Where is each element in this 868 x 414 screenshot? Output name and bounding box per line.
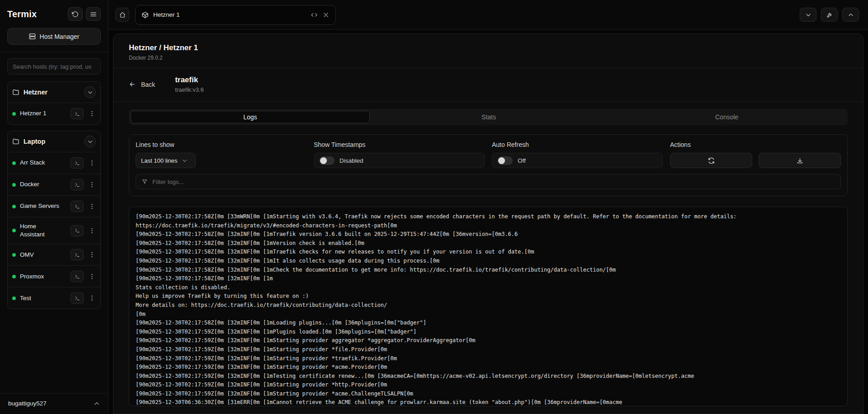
log-line: [90m2025-12-30T02:17:58Z[0m [32mINF[0m [… [136,248,841,257]
status-dot [12,296,16,300]
log-output[interactable]: [90m2025-12-30T02:17:58Z[0m [33mWRN[0m [… [129,207,848,406]
panel-header: Hetzner / Hetzner 1 Docker 29.0.2 [113,34,863,68]
host-menu-button[interactable] [88,271,96,282]
timestamps-label: Show Timestamps [314,141,485,148]
log-line: [90m2025-12-30T06:36:30Z[0m [31mERR[0m [… [136,398,841,406]
terminal-button[interactable] [71,292,84,304]
chevron-up-icon [848,12,854,18]
host-row[interactable]: Proxmox [8,265,100,287]
group-collapse-button[interactable] [84,136,96,147]
status-dot [12,253,16,257]
timestamps-toggle[interactable] [319,156,335,165]
host-name: Proxmox [20,273,61,281]
container-header: Back traefik traefik:v3.6 [113,68,863,101]
log-line: More details on: https://doc.traefik.io/… [136,301,841,310]
terminal-button[interactable] [71,249,84,260]
autorefresh-toggle[interactable] [497,156,513,165]
host-row[interactable]: Home Assistant [8,217,100,244]
host-menu-button[interactable] [88,249,96,260]
lines-value: Last 100 lines [141,157,177,164]
collapse-up-button[interactable] [842,8,859,22]
host-menu-button[interactable] [88,179,96,190]
status-dot [12,275,16,278]
split-view-icon[interactable] [311,11,318,19]
host-row[interactable]: OMV [8,244,100,265]
folder-icon [12,138,19,145]
status-dot [12,183,16,187]
terminal-button[interactable] [71,179,84,190]
log-line: [90m2025-12-30T02:17:58Z[0m [32mINF[0m [… [136,319,841,328]
group-collapse-button[interactable] [84,86,96,98]
home-button[interactable] [115,8,129,22]
log-line: [0m [136,310,841,319]
close-icon[interactable] [322,11,330,19]
sidebar-header: Termix [7,7,101,21]
docker-version: Docker 29.0.2 [129,55,848,61]
username: bugattiguy527 [8,400,47,407]
log-line: [90m2025-12-30T02:17:58Z[0m [32mINF[0m [… [136,230,841,239]
lines-dropdown[interactable]: Last 100 lines [136,153,196,168]
menu-button[interactable] [86,7,101,21]
filter-logs-input[interactable] [152,179,835,185]
tab-stats[interactable]: Stats [370,111,608,123]
autorefresh-state: Off [518,157,526,164]
host-row[interactable]: Arr Stack [8,152,100,174]
reload-icon [72,11,79,18]
log-controls: Lines to show Last 100 lines Show Timest… [129,134,848,196]
host-name: Game Servers [20,202,61,210]
filter-icon [142,179,148,185]
main-area: Hetzner 1 [108,0,868,414]
group-header[interactable]: Hetzner [8,82,100,103]
back-button[interactable]: Back [129,81,155,88]
host-row[interactable]: Docker [8,174,100,195]
terminal-button[interactable] [71,157,84,169]
host-row[interactable]: Game Servers [8,195,100,217]
refresh-logs-button[interactable] [670,153,752,168]
terminal-button[interactable] [71,225,84,236]
autorefresh-toggle-box: Off [492,153,663,168]
tab-bar: Hetzner 1 [108,0,868,30]
lines-label: Lines to show [136,141,307,148]
host-menu-button[interactable] [88,292,96,304]
search-input[interactable] [7,58,101,75]
group-header[interactable]: Laptop [8,131,100,152]
terminal-tab[interactable]: Hetzner 1 [135,5,336,25]
timestamps-control: Show Timestamps Disabled [314,141,485,168]
reload-button[interactable] [68,7,83,21]
download-icon [797,157,803,164]
terminal-button[interactable] [71,271,84,282]
server-icon [29,33,36,40]
tab-logs[interactable]: Logs [131,111,370,123]
terminal-button[interactable] [71,108,84,119]
host-row[interactable]: Test [8,287,100,309]
container-icon [142,11,149,19]
autorefresh-label: Auto Refresh [492,141,663,148]
host-manager-label: Host Manager [40,33,80,40]
chevron-up-icon[interactable] [94,400,100,407]
tools-button[interactable] [821,8,838,22]
log-line: [90m2025-12-30T02:17:58Z[0m [32mINF[0m [… [136,274,841,283]
host-name: Home Assistant [20,222,61,239]
terminal-button[interactable] [71,201,84,212]
tab-console[interactable]: Console [608,111,846,123]
log-line: [90m2025-12-30T02:17:59Z[0m [32mINF[0m [… [136,328,841,337]
download-logs-button[interactable] [759,153,841,168]
log-line: [90m2025-12-30T02:17:59Z[0m [32mINF[0m [… [136,381,841,390]
collapse-down-button[interactable] [800,8,816,22]
content-area: Hetzner / Hetzner 1 Docker 29.0.2 Back t… [108,30,868,414]
status-dot [12,229,16,232]
host-menu-button[interactable] [88,108,96,119]
host-manager-button[interactable]: Host Manager [7,28,101,45]
actions-label: Actions [670,141,841,148]
host-menu-button[interactable] [88,225,96,236]
log-line: Help us improve Traefik by turning this … [136,292,841,301]
host-row[interactable]: Hetzner 1 [8,103,100,124]
sidebar-divider [0,52,108,52]
host-menu-button[interactable] [88,157,96,169]
folder-icon [12,89,19,96]
host-group: HetznerHetzner 1 [7,81,101,125]
view-tabs: Logs Stats Console [129,109,848,125]
host-name: Arr Stack [20,159,61,167]
group-label: Hetzner [24,89,80,96]
host-menu-button[interactable] [88,201,96,212]
